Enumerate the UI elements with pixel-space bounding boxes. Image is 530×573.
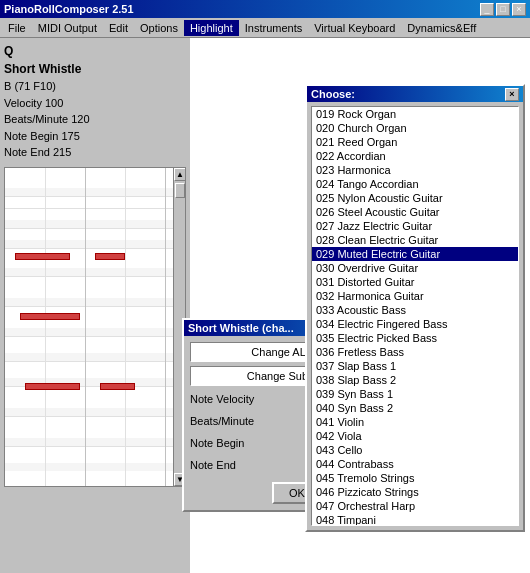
choose-item[interactable]: 025 Nylon Acoustic Guitar	[312, 191, 518, 205]
choose-item[interactable]: 034 Electric Fingered Bass	[312, 317, 518, 331]
choose-list[interactable]: 019 Rock Organ020 Church Organ021 Reed O…	[311, 106, 519, 526]
menu-bar: File MIDI Output Edit Options Highlight …	[0, 18, 530, 38]
maximize-button[interactable]: □	[496, 3, 510, 16]
choose-item[interactable]: 028 Clean Electric Guitar	[312, 233, 518, 247]
title-bar: PianoRollComposer 2.51 _ □ ×	[0, 0, 530, 18]
choose-item[interactable]: 044 Contrabass	[312, 457, 518, 471]
choose-item[interactable]: 030 Overdrive Guitar	[312, 261, 518, 275]
bpm-label: Beats/Minute	[190, 415, 320, 427]
choose-item[interactable]: 045 Tremolo Strings	[312, 471, 518, 485]
choose-item[interactable]: 043 Cello	[312, 443, 518, 457]
choose-item[interactable]: 023 Harmonica	[312, 163, 518, 177]
choose-item[interactable]: 035 Electric Picked Bass	[312, 331, 518, 345]
choose-close-button[interactable]: ×	[505, 88, 519, 101]
left-panel: Q Short Whistle B (71 F10) Velocity 100 …	[0, 38, 190, 573]
close-button[interactable]: ×	[512, 3, 526, 16]
minimize-button[interactable]: _	[480, 3, 494, 16]
choose-item[interactable]: 038 Slap Bass 2	[312, 373, 518, 387]
choose-item[interactable]: 032 Harmonica Guitar	[312, 289, 518, 303]
velocity-label: Note Velocity	[190, 393, 320, 405]
choose-dialog: Choose: × 019 Rock Organ020 Church Organ…	[305, 84, 525, 532]
choose-item[interactable]: 022 Accordian	[312, 149, 518, 163]
choose-item[interactable]: 036 Fretless Bass	[312, 345, 518, 359]
choose-item[interactable]: 041 Violin	[312, 415, 518, 429]
end-label: Note End	[190, 459, 320, 471]
choose-item[interactable]: 026 Steel Acoustic Guitar	[312, 205, 518, 219]
choose-item[interactable]: 024 Tango Accordian	[312, 177, 518, 191]
choose-item[interactable]: 037 Slap Bass 1	[312, 359, 518, 373]
info-note-end: Note End 215	[4, 144, 186, 161]
info-box: Q Short Whistle B (71 F10) Velocity 100 …	[4, 42, 186, 161]
choose-item[interactable]: 047 Orchestral Harp	[312, 499, 518, 513]
menu-file[interactable]: File	[2, 20, 32, 36]
menu-options[interactable]: Options	[134, 20, 184, 36]
choose-item[interactable]: 031 Distorted Guitar	[312, 275, 518, 289]
menu-midi-output[interactable]: MIDI Output	[32, 20, 103, 36]
window-controls: _ □ ×	[480, 3, 526, 16]
menu-dynamics[interactable]: Dynamics&Eff	[401, 20, 482, 36]
choose-item[interactable]: 039 Syn Bass 1	[312, 387, 518, 401]
main-area: Q Short Whistle B (71 F10) Velocity 100 …	[0, 38, 530, 573]
choose-item[interactable]: 033 Acoustic Bass	[312, 303, 518, 317]
choose-item[interactable]: 046 Pizzicato Strings	[312, 485, 518, 499]
info-key: Q	[4, 42, 186, 60]
choose-item[interactable]: 029 Muted Electric Guitar	[312, 247, 518, 261]
begin-label: Note Begin	[190, 437, 320, 449]
info-note-begin: Note Begin 175	[4, 128, 186, 145]
info-velocity: Velocity 100	[4, 95, 186, 112]
popup-title-text: Short Whistle (cha...	[188, 322, 294, 334]
choose-item[interactable]: 027 Jazz Electric Guitar	[312, 219, 518, 233]
choose-item[interactable]: 019 Rock Organ	[312, 107, 518, 121]
choose-title-bar: Choose: ×	[307, 86, 523, 102]
info-bpm: Beats/Minute 120	[4, 111, 186, 128]
info-name: Short Whistle	[4, 60, 186, 78]
menu-edit[interactable]: Edit	[103, 20, 134, 36]
menu-instruments[interactable]: Instruments	[239, 20, 308, 36]
choose-item[interactable]: 042 Viola	[312, 429, 518, 443]
choose-item[interactable]: 040 Syn Bass 2	[312, 401, 518, 415]
choose-item[interactable]: 048 Timpani	[312, 513, 518, 526]
info-note: B (71 F10)	[4, 78, 186, 95]
menu-highlight[interactable]: Highlight	[184, 20, 239, 36]
menu-virtual-keyboard[interactable]: Virtual Keyboard	[308, 20, 401, 36]
choose-title-text: Choose:	[311, 88, 355, 100]
app-title: PianoRollComposer 2.51	[4, 3, 134, 15]
choose-item[interactable]: 021 Reed Organ	[312, 135, 518, 149]
choose-item[interactable]: 020 Church Organ	[312, 121, 518, 135]
